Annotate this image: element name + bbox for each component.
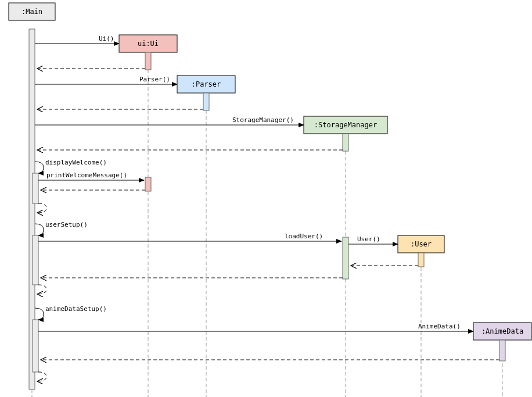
participant-ui-label: ui:Ui [138, 40, 159, 48]
activation-storage-2 [343, 237, 348, 279]
participant-main: :Main [9, 3, 55, 20]
activation-ui-2 [145, 177, 151, 191]
msg-anime-create-label: AnimeData() [418, 323, 461, 330]
participant-storage: :StorageManager [304, 116, 387, 134]
activation-storage-1 [343, 134, 348, 151]
msg-user-create-label: User() [357, 235, 380, 243]
self-anime-setup-label: animeDataSetup() [45, 305, 107, 313]
self-return-2 [37, 285, 46, 294]
participant-ui: ui:Ui [119, 35, 177, 52]
participant-storage-label: :StorageManager [314, 121, 377, 129]
activation-anime-1 [499, 340, 505, 361]
self-user-setup [35, 224, 44, 235]
msg-ui-create-label: Ui() [99, 35, 114, 42]
activation-main-inner-3 [33, 320, 38, 372]
participant-anime-label: :AnimeData [481, 327, 523, 335]
activation-main-inner-2 [33, 235, 38, 285]
self-user-setup-label: userSetup() [45, 221, 88, 228]
participant-main-label: :Main [21, 8, 42, 16]
sequence-diagram: :Main Ui() ui:Ui Parser() :Parser Storag… [0, 0, 532, 397]
activation-user-1 [418, 253, 424, 267]
activation-main-inner-1 [33, 173, 38, 203]
msg-print-welcome-label: printWelcomeMessage() [46, 171, 127, 179]
participant-anime: :AnimeData [473, 323, 531, 340]
msg-parser-create-label: Parser() [139, 76, 170, 83]
self-anime-setup [35, 308, 44, 320]
activation-parser-1 [203, 93, 209, 110]
participant-parser-label: :Parser [192, 80, 221, 88]
participant-parser: :Parser [177, 76, 235, 93]
self-display-welcome-label: displayWelcome() [45, 159, 107, 166]
msg-load-user-label: loadUser() [285, 233, 323, 240]
msg-storage-create-label: StorageManager() [232, 116, 294, 124]
self-return-1 [37, 203, 46, 213]
participant-user-label: :User [411, 240, 432, 248]
activation-ui-1 [145, 52, 151, 70]
self-display-welcome [35, 162, 44, 173]
participant-user: :User [398, 235, 444, 253]
self-return-3 [37, 372, 46, 381]
